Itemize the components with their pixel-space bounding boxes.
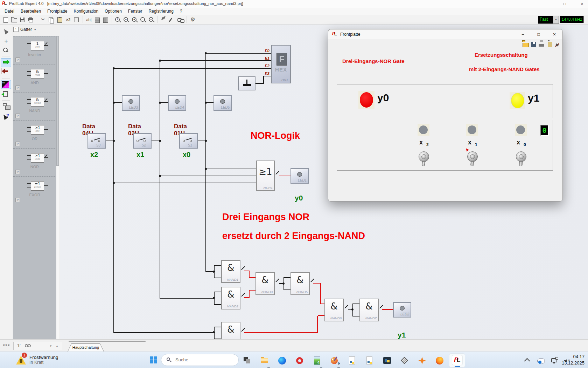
- menu-registrierung[interactable]: Registrierung: [146, 8, 177, 14]
- minimize-button[interactable]: –: [537, 0, 551, 8]
- ground-component[interactable]: [238, 76, 255, 90]
- arrow-down-icon[interactable]: ▼: [49, 345, 52, 348]
- nand-gate-component[interactable]: &NAND1: [221, 260, 240, 283]
- close-button[interactable]: ✕: [549, 31, 560, 38]
- palette-item-nor[interactable]: ≥1NOR0NOR?: [13, 148, 56, 176]
- palette-item-inverter[interactable]: 1INV0Inverter?: [13, 36, 56, 64]
- zoom-select-button[interactable]: ⌕: [147, 16, 156, 23]
- python-console-icon[interactable]: [383, 356, 391, 365]
- copy-button[interactable]: [47, 16, 56, 23]
- help-button[interactable]: ?: [15, 57, 20, 62]
- zoom-normal-button[interactable]: ●: [131, 16, 139, 23]
- sheet-tab[interactable]: Hauptschaltung: [68, 343, 104, 352]
- red-ring-app-icon[interactable]: [295, 356, 304, 365]
- chevron-down-icon[interactable]: ▼: [34, 28, 36, 31]
- palette-item-exor[interactable]: =1EXOR0EXOR?: [13, 176, 56, 204]
- tools-button[interactable]: [555, 41, 561, 48]
- simulate-button[interactable]: [160, 16, 168, 23]
- nand-gate-component[interactable]: &NAND7: [359, 299, 379, 321]
- nand-gate-component[interactable]: &NAND3: [255, 272, 275, 295]
- arrow-up-icon[interactable]: ▲: [56, 345, 58, 348]
- duplicate-button[interactable]: ×2: [64, 16, 72, 23]
- network-display-icon[interactable]: [551, 357, 557, 362]
- menu-hilfe[interactable]: ?: [177, 8, 186, 14]
- nand-gate-component[interactable]: &NAND2: [221, 287, 240, 309]
- chevron-down-icon[interactable]: ▼: [553, 16, 559, 23]
- menu-konfiguration[interactable]: Konfiguration: [70, 8, 102, 14]
- zoom-tool[interactable]: [3, 48, 8, 52]
- list-button[interactable]: [102, 16, 110, 23]
- print-button[interactable]: [27, 16, 35, 23]
- nand-gate-component[interactable]: &NAND6: [324, 299, 344, 321]
- led-component[interactable]: LED5: [214, 95, 232, 111]
- palette-header[interactable]: 1 Gatter ▼: [13, 26, 36, 33]
- stop-tool[interactable]: [2, 69, 10, 76]
- led-component[interactable]: LED4: [168, 95, 186, 111]
- connect-button[interactable]: [176, 16, 185, 23]
- open-file-button[interactable]: [10, 16, 18, 23]
- toggle-switch-x2[interactable]: [419, 151, 429, 162]
- menu-frontplatte[interactable]: Frontplatte: [44, 8, 70, 14]
- hi-lo-tool-selected[interactable]: HILO: [1, 80, 11, 89]
- cut-button[interactable]: ✂: [39, 16, 47, 23]
- orange-star-app-icon[interactable]: [418, 356, 426, 365]
- toggle-switch-x0[interactable]: [516, 151, 526, 162]
- frontplatte-title-bar[interactable]: PL Frontplatte – □ ✕: [328, 29, 562, 39]
- help-button[interactable]: ?: [15, 114, 20, 118]
- speed-select[interactable]: Fast ▼: [538, 16, 559, 24]
- run-tool-selected[interactable]: [1, 58, 11, 67]
- search-input[interactable]: [175, 357, 229, 363]
- profilab-taskbar-active[interactable]: PL: [449, 353, 465, 368]
- menu-optionen[interactable]: Optionen: [102, 8, 125, 14]
- onedrive-cloud-icon[interactable]: [537, 357, 545, 363]
- python-file-icon[interactable]: [365, 356, 374, 365]
- toggle-switch-x1[interactable]: [467, 151, 478, 162]
- search-box[interactable]: [161, 354, 239, 366]
- nor-gate-component[interactable]: ≥1 NOR1: [256, 161, 275, 191]
- switch-component[interactable]: S3: [88, 133, 106, 149]
- tray-expand-chevron[interactable]: [525, 357, 529, 363]
- menu-datei[interactable]: Datei: [1, 8, 18, 14]
- new-file-button[interactable]: [1, 16, 10, 23]
- context-help-tool[interactable]: ?: [3, 114, 7, 119]
- led-component[interactable]: LED2: [393, 302, 411, 318]
- edge-browser-icon[interactable]: [278, 356, 286, 365]
- node-tool[interactable]: +: [0, 38, 12, 45]
- settings-gear-button[interactable]: ⚙: [189, 16, 197, 23]
- probe-button[interactable]: [168, 16, 176, 23]
- zoom-out-button[interactable]: −: [122, 16, 131, 23]
- text-tool-button[interactable]: ab|: [85, 16, 93, 23]
- led-component[interactable]: LED1: [290, 168, 309, 184]
- collapse-panel-button[interactable]: <<<: [3, 343, 10, 347]
- zoom-fit-button[interactable]: ▫: [139, 16, 147, 23]
- menu-fenster[interactable]: Fenster: [125, 8, 146, 14]
- paint-app-icon[interactable]: 6: [330, 356, 339, 365]
- help-button[interactable]: ?: [15, 198, 20, 202]
- select-cursor-tool[interactable]: [4, 29, 8, 34]
- print-button[interactable]: [539, 41, 545, 48]
- firefox-icon[interactable]: [435, 356, 444, 365]
- python-file-icon[interactable]: [348, 356, 356, 365]
- led-component[interactable]: LED3: [122, 95, 140, 111]
- paste-button[interactable]: [547, 41, 553, 48]
- switch-component[interactable]: S1: [179, 133, 198, 149]
- minimize-button[interactable]: –: [518, 31, 528, 38]
- maximize-button[interactable]: □: [558, 0, 572, 8]
- clock[interactable]: 04:17 13.12.2025: [562, 354, 584, 366]
- palette-item-or[interactable]: ≥1OR0OR?: [13, 120, 56, 148]
- palette-scrollbar-thumb[interactable]: [56, 36, 59, 166]
- io-tool[interactable]: [3, 91, 8, 97]
- hex-display-component[interactable]: F HEX HD1: [271, 45, 291, 83]
- text-tool-icon[interactable]: T: [17, 343, 20, 349]
- help-button[interactable]: ?: [15, 86, 20, 90]
- wireframe-app-icon[interactable]: [400, 356, 409, 365]
- maximize-button[interactable]: □: [533, 31, 544, 38]
- task-view-button[interactable]: [243, 356, 251, 365]
- nand-gate-component[interactable]: &NAND5: [290, 272, 310, 295]
- horizontal-scrollbar[interactable]: [69, 341, 146, 342]
- macro-tool[interactable]: [3, 103, 7, 106]
- open-button[interactable]: [523, 41, 529, 48]
- switch-component[interactable]: S2: [133, 133, 152, 149]
- save-button[interactable]: [18, 16, 27, 23]
- close-button[interactable]: ×: [575, 0, 588, 8]
